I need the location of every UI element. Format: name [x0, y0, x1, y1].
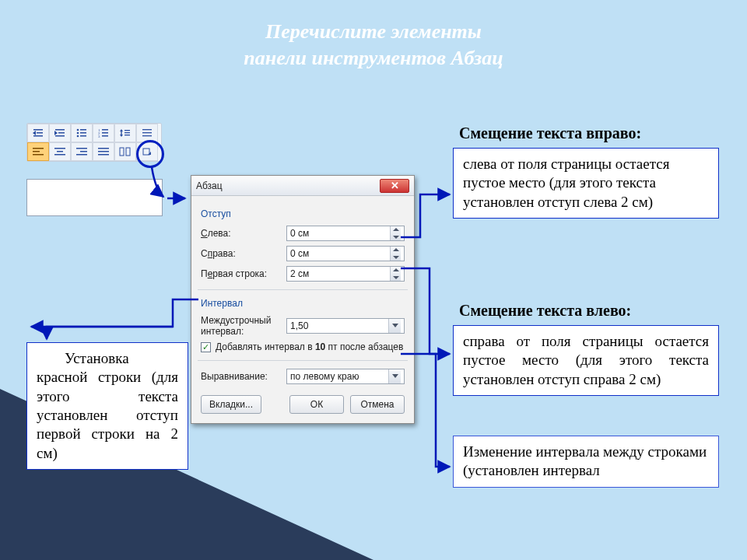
- checkbox-icon[interactable]: ✓: [201, 342, 211, 352]
- svg-rect-41: [120, 148, 124, 156]
- svg-rect-11: [80, 132, 86, 134]
- checkbox-label: Добавлять интервал в 10 пт после абзацев: [216, 341, 403, 352]
- blank-label-box: [26, 179, 163, 216]
- tabs-button[interactable]: Вкладки...: [201, 395, 261, 414]
- svg-rect-27: [142, 132, 152, 133]
- box-shift-right: слева от поля страницы остается пустое м…: [453, 148, 719, 219]
- svg-rect-15: [102, 129, 108, 131]
- spinner-icon[interactable]: [390, 267, 401, 281]
- select-alignment[interactable]: по левому краю: [286, 369, 405, 384]
- svg-rect-19: [102, 135, 108, 137]
- svg-rect-24: [124, 132, 130, 133]
- box-line-spacing: Изменение интервала между строками (уста…: [453, 436, 719, 488]
- select-line-spacing[interactable]: 1,50: [286, 318, 405, 334]
- input-first-line[interactable]: 2 см: [286, 266, 405, 282]
- svg-rect-9: [80, 129, 86, 131]
- section-interval: Интервал: [201, 298, 405, 309]
- box-shift-left: справа от поля страницы остается пустое …: [453, 325, 719, 396]
- divider: [198, 289, 408, 290]
- value-alignment: по левому краю: [290, 371, 359, 382]
- title-line-1: Перечислите элементы: [265, 20, 482, 43]
- align-center-icon[interactable]: [49, 142, 71, 161]
- bullet-list-icon[interactable]: [71, 124, 93, 142]
- svg-rect-23: [124, 130, 130, 131]
- label-alignment: Выравнивание:: [201, 371, 282, 382]
- close-icon[interactable]: ✕: [380, 179, 409, 193]
- svg-rect-6: [55, 135, 65, 137]
- svg-rect-5: [58, 132, 65, 134]
- svg-text:3: 3: [98, 135, 100, 138]
- svg-rect-30: [33, 151, 40, 152]
- heading-shift-right: Смещение текста вправо:: [459, 124, 641, 142]
- align-left-icon[interactable]: [27, 142, 49, 161]
- svg-rect-17: [102, 132, 108, 134]
- svg-rect-28: [142, 135, 152, 136]
- numbered-list-icon[interactable]: 123: [93, 124, 114, 142]
- checkbox-add-space[interactable]: ✓ Добавлять интервал в 10 пт после абзац…: [201, 341, 405, 352]
- svg-rect-40: [98, 154, 109, 156]
- value-line-spacing: 1,50: [290, 320, 308, 331]
- svg-rect-25: [124, 135, 130, 135]
- input-indent-left[interactable]: 0 см: [286, 226, 405, 241]
- box-first-line-text: Установка красной строки (для этого текс…: [37, 350, 178, 461]
- label-first-line: Первая строка:: [201, 268, 282, 279]
- spinner-icon[interactable]: [390, 226, 401, 240]
- spinner-icon[interactable]: [390, 247, 401, 261]
- svg-rect-4: [55, 129, 65, 131]
- svg-rect-39: [98, 151, 109, 152]
- paragraph-dialog: Абзац ✕ Отступ ССлева:лева: 0 см Справа:…: [191, 175, 415, 424]
- svg-marker-22: [120, 135, 123, 137]
- slide-title: Перечислите элементы панели инструментов…: [0, 19, 747, 72]
- svg-rect-1: [37, 132, 43, 134]
- highlight-circle: [136, 140, 164, 168]
- label-indent-right: Справа:: [201, 248, 282, 259]
- svg-point-8: [77, 129, 79, 131]
- value-indent-left: 0 см: [290, 228, 309, 239]
- svg-rect-37: [76, 154, 87, 156]
- box-first-line: Установка красной строки (для этого текс…: [26, 342, 188, 470]
- svg-rect-13: [80, 135, 86, 137]
- columns-icon[interactable]: [114, 142, 136, 161]
- dialog-title-text: Абзац: [196, 180, 223, 191]
- line-spacing-icon[interactable]: [114, 124, 136, 142]
- svg-rect-36: [80, 151, 87, 152]
- svg-rect-29: [33, 148, 44, 149]
- heading-shift-left: Смещение текста влево:: [459, 302, 631, 320]
- chevron-down-icon[interactable]: [388, 369, 401, 383]
- align-justify-icon[interactable]: [93, 142, 114, 161]
- cancel-button[interactable]: Отмена: [350, 395, 405, 414]
- label-indent-left: ССлева:лева:: [201, 228, 282, 239]
- chevron-down-icon[interactable]: [388, 319, 401, 333]
- svg-point-10: [77, 132, 79, 135]
- decrease-indent-icon[interactable]: [27, 124, 49, 142]
- dialog-titlebar: Абзац ✕: [191, 176, 414, 196]
- svg-rect-32: [54, 148, 65, 149]
- svg-rect-38: [98, 148, 109, 149]
- svg-rect-35: [76, 148, 87, 149]
- label-line-spacing: Междустрочный интервал:: [201, 315, 282, 337]
- svg-rect-31: [33, 154, 44, 156]
- divider: [198, 360, 408, 361]
- svg-rect-0: [33, 129, 43, 131]
- svg-marker-7: [54, 131, 58, 135]
- value-indent-right: 0 см: [290, 248, 309, 259]
- svg-rect-26: [142, 129, 152, 130]
- svg-rect-2: [33, 135, 43, 137]
- section-indent: Отступ: [201, 208, 405, 219]
- title-line-2: панели инструментов Абзац: [244, 47, 503, 69]
- svg-rect-34: [54, 154, 65, 156]
- align-right-icon[interactable]: [71, 142, 93, 161]
- input-indent-right[interactable]: 0 см: [286, 246, 405, 261]
- svg-rect-42: [126, 148, 130, 156]
- ok-button[interactable]: ОК: [289, 395, 344, 414]
- increase-indent-icon[interactable]: [49, 124, 71, 142]
- svg-marker-3: [33, 131, 36, 135]
- svg-point-12: [77, 135, 79, 138]
- value-first-line: 2 см: [290, 268, 309, 279]
- svg-rect-33: [57, 151, 63, 152]
